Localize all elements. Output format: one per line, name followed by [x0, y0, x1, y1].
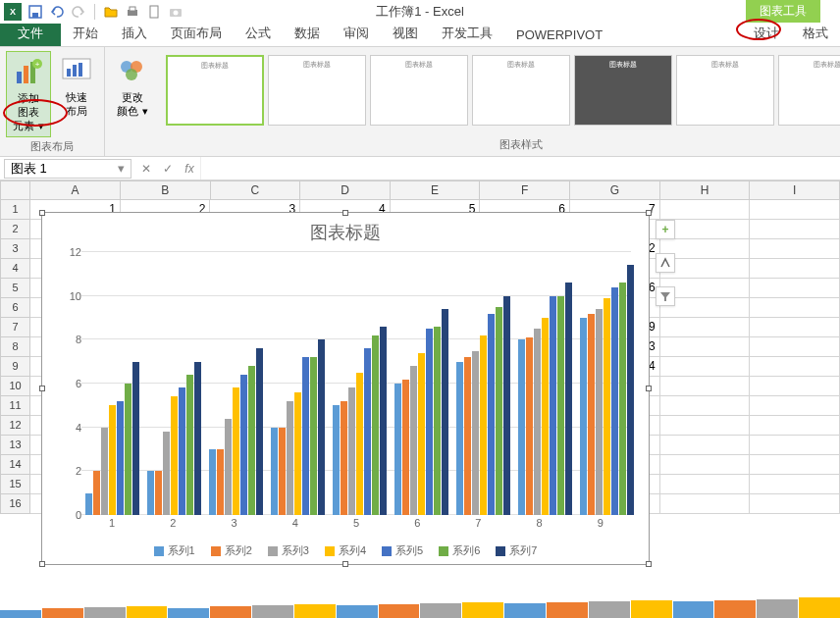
- bar[interactable]: [333, 405, 340, 515]
- tab-format[interactable]: 格式: [791, 21, 840, 46]
- chart-style-7[interactable]: 图表标题: [778, 55, 840, 126]
- bar[interactable]: [464, 357, 471, 515]
- bar[interactable]: [380, 327, 387, 515]
- bar[interactable]: [480, 335, 487, 515]
- bar[interactable]: [240, 375, 247, 515]
- tab-formulas[interactable]: 公式: [234, 21, 283, 46]
- chart-filter-button[interactable]: [656, 286, 675, 306]
- bar[interactable]: [456, 362, 463, 515]
- col-header[interactable]: B: [121, 180, 211, 200]
- cell[interactable]: [660, 337, 751, 357]
- bar[interactable]: [341, 401, 347, 515]
- tab-data[interactable]: 数据: [283, 21, 332, 46]
- bar[interactable]: [550, 296, 556, 515]
- bar[interactable]: [364, 348, 371, 515]
- col-header[interactable]: G: [570, 180, 660, 200]
- row-header[interactable]: 10: [0, 377, 30, 396]
- bar[interactable]: [442, 309, 448, 515]
- cell[interactable]: [660, 377, 751, 396]
- bar[interactable]: [101, 428, 108, 515]
- bar[interactable]: [356, 373, 363, 515]
- enter-icon[interactable]: ✓: [157, 162, 179, 176]
- chart-style-1[interactable]: 图表标题: [166, 55, 264, 126]
- cell[interactable]: [750, 239, 840, 259]
- bar[interactable]: [627, 265, 634, 515]
- bar[interactable]: [488, 314, 495, 515]
- legend-item[interactable]: 系列3: [268, 543, 309, 558]
- undo-icon[interactable]: [49, 4, 65, 20]
- cell[interactable]: [660, 357, 751, 377]
- tab-review[interactable]: 审阅: [332, 21, 381, 46]
- formula-input[interactable]: [200, 157, 840, 180]
- cell[interactable]: [660, 396, 751, 416]
- bar[interactable]: [402, 380, 409, 515]
- bar[interactable]: [287, 401, 293, 515]
- tab-page-layout[interactable]: 页面布局: [159, 21, 234, 46]
- bar[interactable]: [596, 309, 603, 515]
- cell[interactable]: [750, 494, 840, 514]
- cell[interactable]: [660, 494, 751, 514]
- col-header[interactable]: E: [391, 180, 481, 200]
- row-header[interactable]: 3: [0, 239, 30, 259]
- bar[interactable]: [109, 405, 116, 515]
- cell[interactable]: [660, 455, 751, 475]
- bar[interactable]: [557, 296, 564, 515]
- save-icon[interactable]: [27, 4, 43, 20]
- add-chart-element-button[interactable]: + 添加图表 元素 ▾: [6, 51, 51, 137]
- row-header[interactable]: 9: [0, 357, 30, 377]
- chart-style-6[interactable]: 图表标题: [676, 55, 774, 126]
- bar[interactable]: [588, 314, 595, 515]
- bar[interactable]: [93, 471, 100, 515]
- change-colors-button[interactable]: 更改 颜色 ▾: [111, 51, 154, 122]
- bar[interactable]: [434, 327, 441, 515]
- bar[interactable]: [117, 401, 124, 515]
- cell[interactable]: [750, 396, 840, 416]
- bar[interactable]: [348, 387, 355, 515]
- cell[interactable]: [750, 259, 840, 279]
- open-icon[interactable]: [103, 4, 119, 20]
- row-header[interactable]: 16: [0, 494, 30, 514]
- name-box[interactable]: 图表 1 ▾: [4, 159, 131, 179]
- col-header[interactable]: D: [300, 180, 391, 200]
- bar[interactable]: [394, 384, 401, 515]
- bar[interactable]: [526, 337, 533, 515]
- cell[interactable]: [750, 377, 840, 396]
- bar[interactable]: [611, 287, 618, 515]
- cancel-icon[interactable]: ✕: [135, 162, 157, 176]
- row-header[interactable]: 4: [0, 259, 30, 279]
- bar[interactable]: [194, 362, 201, 515]
- cell[interactable]: [660, 416, 751, 436]
- bar[interactable]: [155, 471, 162, 515]
- row-header[interactable]: 7: [0, 318, 30, 337]
- bar[interactable]: [426, 329, 433, 515]
- tab-home[interactable]: 开始: [61, 21, 110, 46]
- bar[interactable]: [503, 296, 510, 515]
- chart-style-4[interactable]: 图表标题: [472, 55, 570, 126]
- bar[interactable]: [302, 357, 309, 515]
- bar[interactable]: [472, 351, 479, 516]
- row-header[interactable]: 14: [0, 455, 30, 475]
- cell[interactable]: [660, 436, 751, 455]
- camera-icon[interactable]: [168, 4, 184, 20]
- tab-powerpivot[interactable]: POWERPIVOT: [504, 24, 614, 46]
- cell[interactable]: [750, 337, 840, 357]
- bar[interactable]: [85, 493, 92, 515]
- bar[interactable]: [534, 329, 541, 515]
- cell[interactable]: [660, 318, 751, 337]
- chart-object[interactable]: 图表标题 024681012 123456789 系列1系列2系列3系列4系列5…: [41, 212, 650, 565]
- bar[interactable]: [225, 419, 232, 515]
- cell[interactable]: [750, 436, 840, 455]
- row-header[interactable]: 11: [0, 396, 30, 416]
- row-header[interactable]: 13: [0, 436, 30, 455]
- legend-item[interactable]: 系列1: [154, 543, 195, 558]
- bar[interactable]: [271, 428, 278, 515]
- row-header[interactable]: 8: [0, 337, 30, 357]
- col-header[interactable]: I: [750, 180, 840, 200]
- bar[interactable]: [279, 428, 286, 515]
- bar[interactable]: [171, 396, 178, 515]
- chart-style-5[interactable]: 图表标题: [574, 55, 672, 126]
- cell[interactable]: [750, 475, 840, 494]
- new-icon[interactable]: [146, 4, 162, 20]
- cell[interactable]: [750, 298, 840, 318]
- bar[interactable]: [410, 366, 417, 515]
